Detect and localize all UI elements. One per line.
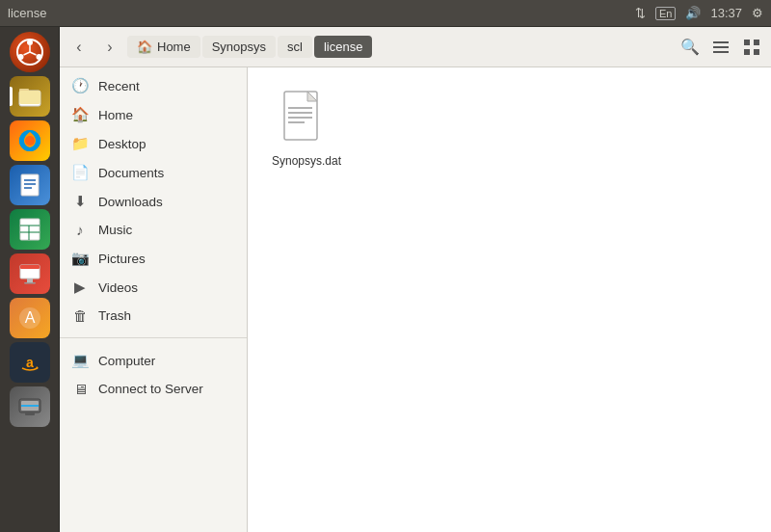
nav-computer[interactable]: 💻 Computer <box>60 346 247 375</box>
nav-downloads[interactable]: ⬇ Downloads <box>60 187 247 216</box>
videos-icon: ▶ <box>71 279 89 296</box>
trash-icon: 🗑 <box>71 307 89 324</box>
breadcrumb-license[interactable]: license <box>314 36 372 58</box>
svg-rect-16 <box>20 219 40 240</box>
dock-system[interactable] <box>10 386 50 427</box>
dock: A a <box>0 27 60 532</box>
svg-rect-32 <box>713 41 729 43</box>
nav-home[interactable]: 🏠 Home <box>60 100 247 129</box>
svg-rect-34 <box>713 51 729 53</box>
window-title: license <box>8 6 46 20</box>
nav-connect-to-server[interactable]: 🖥 Connect to Server <box>60 375 247 403</box>
sort-icon: ⇅ <box>635 6 646 20</box>
dock-impress[interactable] <box>10 253 50 294</box>
breadcrumb-scl[interactable]: scl <box>278 36 312 58</box>
nav-sidebar: 🕐 Recent 🏠 Home 📁 Desktop 📄 Documents <box>60 67 248 532</box>
file-area: Synopsys.dat <box>248 67 771 532</box>
file-icon-synopsys-dat <box>283 91 330 148</box>
downloads-icon: ⬇ <box>71 193 89 210</box>
nav-trash[interactable]: 🗑 Trash <box>60 302 247 330</box>
clock: 13:37 <box>710 6 742 20</box>
svg-point-1 <box>27 40 33 45</box>
svg-line-5 <box>30 52 37 55</box>
home-icon: 🏠 <box>137 40 152 54</box>
music-icon: ♪ <box>71 222 89 238</box>
volume-icon: 🔊 <box>685 6 701 20</box>
dock-firefox[interactable] <box>10 120 50 161</box>
places-section: 🕐 Recent 🏠 Home 📁 Desktop 📄 Documents <box>60 67 247 333</box>
scanner-icon <box>16 393 43 420</box>
pictures-icon: 📷 <box>71 250 89 267</box>
svg-rect-31 <box>25 412 35 415</box>
grid-view-icon <box>744 40 759 55</box>
documents-icon: 📄 <box>71 164 89 181</box>
settings-icon[interactable]: ⚙ <box>752 6 763 20</box>
breadcrumb-home[interactable]: 🏠 Home <box>127 36 200 58</box>
grid-view-button[interactable] <box>738 34 765 61</box>
dock-appstore[interactable]: A <box>10 298 50 338</box>
text-file-icon <box>283 91 326 143</box>
back-button[interactable]: ‹ <box>66 34 93 61</box>
nav-music[interactable]: ♪ Music <box>60 216 247 244</box>
title-bar-controls: ⇅ En 🔊 13:37 ⚙ <box>635 6 763 20</box>
list-view-icon <box>713 40 729 55</box>
svg-rect-9 <box>19 91 40 104</box>
svg-rect-22 <box>27 279 33 282</box>
computer-icon: 💻 <box>71 352 89 369</box>
svg-rect-38 <box>754 49 759 55</box>
nav-desktop[interactable]: 📁 Desktop <box>60 129 247 158</box>
svg-rect-35 <box>744 40 750 45</box>
main-split: 🕐 Recent 🏠 Home 📁 Desktop 📄 Documents <box>60 67 771 532</box>
svg-text:a: a <box>26 355 34 370</box>
svg-rect-23 <box>24 282 36 284</box>
breadcrumb-synopsys[interactable]: Synopsys <box>202 36 276 58</box>
dock-writer[interactable] <box>10 165 50 205</box>
dock-amazon[interactable]: a <box>10 342 50 383</box>
file-name-synopsys-dat: Synopsys.dat <box>272 154 341 168</box>
title-bar: license ⇅ En 🔊 13:37 ⚙ <box>0 0 771 27</box>
active-indicator <box>10 87 13 106</box>
svg-text:A: A <box>24 309 35 326</box>
list-view-button[interactable] <box>707 34 734 61</box>
language-badge[interactable]: En <box>655 7 676 20</box>
toolbar-actions: 🔍 <box>677 34 765 61</box>
breadcrumb: 🏠 Home Synopsys scl license <box>127 36 673 58</box>
forward-button[interactable]: › <box>96 34 123 61</box>
svg-rect-21 <box>20 265 40 269</box>
app-container: A a ‹ › <box>0 27 771 532</box>
nav-documents[interactable]: 📄 Documents <box>60 158 247 187</box>
firefox-icon <box>16 127 43 154</box>
content-area: ‹ › 🏠 Home Synopsys scl license 🔍 <box>60 27 771 532</box>
nav-videos[interactable]: ▶ Videos <box>60 273 247 302</box>
dock-calc[interactable] <box>10 209 50 250</box>
ubuntu-logo-icon <box>16 39 43 66</box>
dock-ubuntu[interactable] <box>10 32 50 72</box>
impress-icon <box>16 260 43 287</box>
svg-point-11 <box>25 136 35 146</box>
svg-rect-12 <box>21 174 39 196</box>
appstore-icon: A <box>16 305 43 332</box>
amazon-icon: a <box>16 349 43 376</box>
svg-rect-36 <box>754 40 759 45</box>
dock-files[interactable] <box>10 76 50 117</box>
svg-rect-37 <box>744 49 750 55</box>
writer-icon <box>16 172 43 199</box>
recent-icon: 🕐 <box>71 77 89 94</box>
nav-recent[interactable]: 🕐 Recent <box>60 71 247 100</box>
server-icon: 🖥 <box>71 381 89 397</box>
toolbar: ‹ › 🏠 Home Synopsys scl license 🔍 <box>60 27 771 67</box>
desktop-icon: 📁 <box>71 135 89 152</box>
calc-icon <box>16 216 43 243</box>
nav-pictures[interactable]: 📷 Pictures <box>60 244 247 273</box>
svg-line-6 <box>23 52 30 55</box>
svg-rect-33 <box>713 46 729 48</box>
home-nav-icon: 🏠 <box>71 106 89 123</box>
devices-section: 💻 Computer 🖥 Connect to Server <box>60 337 247 407</box>
files-icon <box>16 83 43 110</box>
svg-point-2 <box>36 54 41 60</box>
file-item-synopsys-dat[interactable]: Synopsys.dat <box>263 83 350 175</box>
svg-point-3 <box>17 54 23 60</box>
search-button[interactable]: 🔍 <box>677 34 704 61</box>
